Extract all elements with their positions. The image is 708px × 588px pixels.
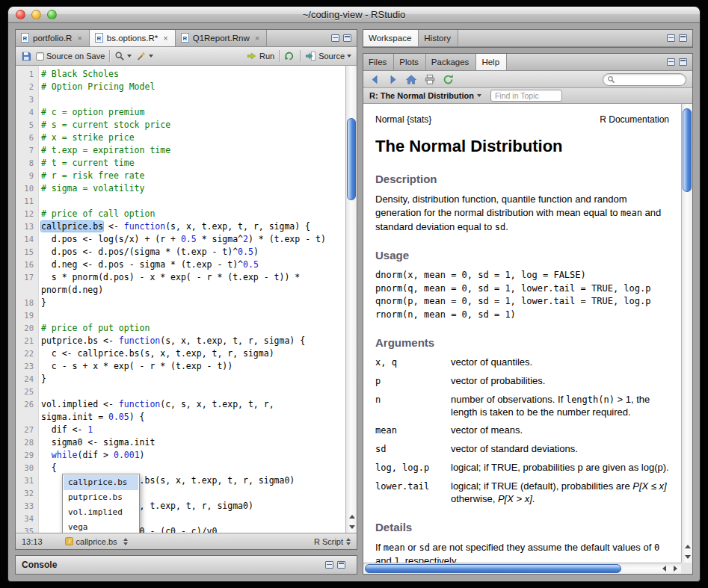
autocomplete-item[interactable]: vega — [64, 520, 138, 533]
tab-workspace[interactable]: Workspace — [363, 30, 419, 46]
code-editor[interactable]: 1# Black Scholes2# Option Pricing Model3… — [16, 66, 357, 533]
scroll-down-button[interactable] — [682, 551, 692, 562]
editor-tab-portfolio-r[interactable]: Rportfolio.R× — [16, 30, 90, 46]
line-text[interactable]: # price of call option — [38, 208, 155, 220]
maximize-pane-icon[interactable] — [679, 58, 687, 66]
console-header[interactable]: Console — [16, 556, 357, 574]
line-text[interactable] — [38, 309, 41, 322]
refresh-button[interactable] — [443, 74, 454, 85]
console-title: Console — [22, 560, 57, 570]
line-text[interactable]: # c = option premium — [38, 106, 144, 119]
help-search-box[interactable] — [603, 73, 686, 86]
run-button[interactable]: Run — [246, 51, 274, 61]
line-text[interactable]: c - s + x * exp( - r * (t.exp - t)) — [38, 360, 233, 373]
tab-packages[interactable]: Packages — [426, 54, 477, 70]
window-titlebar[interactable]: ~/coding-view - RStudio — [8, 7, 700, 23]
zoom-window-button[interactable] — [47, 10, 57, 19]
forward-arrow-icon — [387, 74, 398, 85]
source-label: Source — [318, 52, 345, 61]
minimize-pane-icon[interactable] — [325, 561, 333, 569]
line-text[interactable]: s * pnorm(d.pos) - x * exp( - r * (t.exp… — [38, 271, 300, 284]
line-text[interactable]: pnorm(d.neg) — [38, 284, 103, 297]
line-text[interactable]: } — [38, 297, 46, 309]
home-button[interactable] — [405, 74, 417, 85]
tab-files[interactable]: Files — [363, 54, 394, 70]
line-text[interactable]: { — [38, 462, 57, 474]
minimize-pane-icon[interactable] — [667, 34, 675, 42]
editor-vertical-scrollbar[interactable] — [345, 66, 357, 533]
file-type-selector[interactable]: R Script — [314, 537, 351, 546]
minimize-pane-icon[interactable] — [667, 58, 675, 66]
line-text[interactable]: # Option Pricing Model — [38, 81, 155, 93]
rerun-previous-button[interactable] — [284, 51, 295, 61]
line-text[interactable]: # sigma = volatility — [38, 182, 144, 195]
tab-plots[interactable]: Plots — [394, 54, 426, 70]
editor-tab-q1report-rnw[interactable]: RQ1Report.Rnw× — [176, 30, 268, 46]
tab-history[interactable]: History — [419, 30, 458, 46]
close-window-button[interactable] — [16, 10, 25, 19]
maximize-pane-icon[interactable] — [337, 561, 345, 569]
line-text[interactable]: d.neg <- d.pos - sigma * (t.exp - t)^0.5 — [38, 259, 259, 271]
line-text[interactable]: callprice.bs <- function(s, x, t.exp, t,… — [38, 220, 310, 233]
checkbox-icon[interactable] — [36, 52, 44, 61]
scroll-left-button[interactable] — [659, 563, 670, 574]
help-horizontal-scrollbar[interactable] — [363, 563, 692, 574]
function-scope-selector[interactable]: f callprice.bs — [65, 537, 128, 546]
line-text[interactable]: # t = current time — [38, 157, 135, 170]
line-text[interactable]: # x = strike price — [38, 131, 135, 144]
close-tab-icon[interactable]: × — [163, 34, 167, 43]
source-on-save-checkbox[interactable]: Source on Save — [36, 52, 105, 61]
line-text[interactable]: d.pos <- log(s/x) + (r + 0.5 * sigma^2) … — [38, 233, 326, 246]
help-vertical-scrollbar[interactable] — [681, 104, 692, 563]
scroll-right-button[interactable] — [670, 563, 681, 574]
line-text[interactable]: # price of put option — [38, 322, 150, 335]
line-text[interactable]: d.pos <- d.pos/(sigma * (t.exp - t)^0.5) — [38, 246, 259, 259]
code-lines[interactable]: 1# Black Scholes2# Option Pricing Model3… — [16, 66, 345, 533]
line-text[interactable]: putprice.bs <- function(s, x, t.exp, t, … — [38, 335, 305, 347]
line-text[interactable]: vol.implied <- function(c, s, x, t.exp, … — [38, 398, 274, 411]
scroll-down-button[interactable] — [346, 522, 357, 532]
chevron-down-icon — [347, 55, 351, 58]
scroll-up-button[interactable] — [346, 511, 357, 522]
close-tab-icon[interactable]: × — [77, 34, 81, 43]
line-text[interactable]: sigma0 <- sigma.init — [38, 436, 155, 449]
line-text[interactable]: # t.exp = expiration time — [38, 144, 170, 157]
help-topic-selector[interactable]: R: The Normal Distribution — [369, 91, 481, 100]
workspace-history-pane: WorkspaceHistory — [363, 29, 693, 48]
line-text[interactable]: c <- callprice.bs(s, x, t.exp, t, r, sig… — [38, 347, 274, 360]
line-text[interactable]: } — [38, 373, 46, 386]
scroll-up-button[interactable] — [682, 541, 692, 551]
back-button[interactable] — [369, 74, 381, 85]
forward-button[interactable] — [387, 74, 398, 85]
line-text[interactable]: sigma.init = 0.05) { — [38, 411, 145, 424]
help-search-input[interactable] — [618, 75, 682, 84]
help-toolbar — [363, 71, 692, 88]
editor-tab-bs-options-r[interactable]: Rbs.options.R*× — [90, 30, 176, 46]
source-button[interactable]: Source — [305, 51, 351, 61]
maximize-pane-icon[interactable] — [343, 34, 351, 42]
find-in-topic-input[interactable] — [490, 90, 562, 102]
autocomplete-item[interactable]: putprice.bs — [64, 490, 138, 505]
minimize-window-button[interactable] — [31, 10, 41, 19]
line-text[interactable]: dif <- 1 — [38, 424, 93, 436]
tab-help[interactable]: Help — [476, 54, 507, 70]
line-text[interactable] — [38, 386, 41, 398]
find-replace-button[interactable] — [114, 51, 132, 61]
save-button[interactable] — [21, 51, 31, 61]
autocomplete-item[interactable]: callprice.bs — [64, 475, 138, 490]
scrollbar-thumb[interactable] — [683, 108, 692, 192]
line-text[interactable]: # Black Scholes — [38, 68, 119, 81]
print-button[interactable] — [424, 74, 436, 85]
maximize-pane-icon[interactable] — [679, 34, 687, 42]
line-text[interactable] — [38, 93, 41, 106]
autocomplete-item[interactable]: vol.implied — [64, 505, 138, 520]
line-text[interactable]: while(dif > 0.001) — [38, 449, 145, 462]
minimize-pane-icon[interactable] — [331, 34, 339, 42]
line-text[interactable]: # r = risk free rate — [38, 170, 144, 182]
close-tab-icon[interactable]: × — [255, 34, 259, 43]
scrollbar-thumb[interactable] — [365, 564, 621, 573]
line-text[interactable] — [38, 195, 41, 208]
line-text[interactable]: # s = current stock price — [38, 119, 170, 131]
scrollbar-thumb[interactable] — [347, 118, 356, 200]
code-tools-button[interactable] — [136, 51, 153, 61]
